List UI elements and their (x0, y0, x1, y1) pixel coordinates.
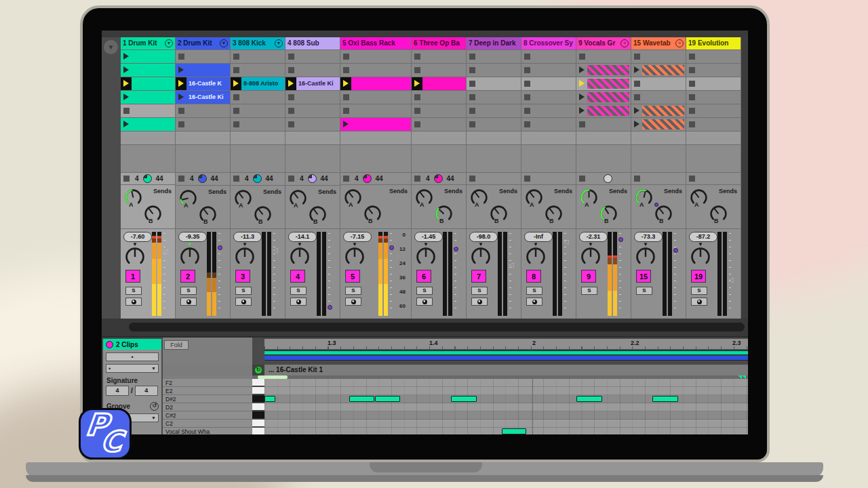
volume-db-field[interactable]: -2.31 (579, 232, 608, 242)
clip-slot[interactable] (576, 104, 631, 117)
midi-note[interactable] (375, 396, 400, 402)
clip-stop-button[interactable] (343, 108, 349, 114)
clip-stop-button[interactable] (524, 121, 530, 127)
clip-slot[interactable] (340, 77, 411, 90)
volume-db-field[interactable]: -9.35 (178, 232, 207, 242)
clip-slot[interactable] (631, 118, 686, 131)
clip-slot[interactable] (121, 104, 175, 117)
solo-button[interactable]: S (345, 287, 361, 295)
midi-note[interactable] (502, 428, 526, 434)
track-activator-button[interactable]: 19 (691, 270, 706, 283)
clip-stop-button[interactable] (343, 94, 349, 100)
solo-button[interactable]: S (235, 287, 252, 295)
clip-slot[interactable] (121, 77, 175, 90)
note-lane[interactable] (264, 387, 748, 395)
clip-stop-button[interactable] (634, 94, 640, 100)
clip-slot[interactable]: 8-808 Aristo (231, 77, 285, 90)
midi-note[interactable] (264, 396, 275, 402)
volume-db-field[interactable]: -1.45 (414, 232, 443, 242)
track-header[interactable]: 2 Drum Kit▼ (176, 37, 230, 49)
clip-slot[interactable] (686, 50, 741, 63)
clip-slot[interactable] (412, 118, 466, 131)
group-unfold-icon[interactable]: ≡ (675, 39, 684, 47)
clip-stop-button[interactable] (288, 108, 294, 114)
clip-slot[interactable] (121, 64, 175, 77)
track-header[interactable]: 7 Deep in Dark (467, 37, 521, 49)
clip-slot[interactable] (176, 118, 230, 131)
clip-playing-button[interactable] (176, 77, 186, 90)
midi-note[interactable] (652, 396, 678, 402)
clip-slot[interactable] (121, 91, 175, 104)
clip-slot[interactable] (521, 118, 576, 131)
solo-button[interactable]: S (581, 287, 597, 295)
clip-stop-button[interactable] (414, 108, 420, 114)
solo-button[interactable]: S (636, 287, 652, 295)
solo-button[interactable]: S (416, 287, 433, 295)
track-activator-button[interactable]: 7 (471, 270, 486, 283)
clip-launch-button[interactable] (631, 64, 642, 77)
clip-stop-button[interactable] (579, 121, 585, 127)
track-stop-all-button[interactable] (414, 176, 420, 182)
track-header[interactable]: 5 Oxi Bass Rack (340, 37, 411, 49)
clip-stop-button[interactable] (524, 108, 530, 114)
clip-slot[interactable] (467, 104, 521, 117)
solo-button[interactable]: S (180, 287, 197, 295)
white-key[interactable] (252, 379, 264, 386)
solo-button[interactable]: S (471, 287, 488, 295)
pan-knob[interactable]: ▼ (470, 243, 492, 270)
clip-launch-button[interactable] (121, 64, 132, 77)
clip-slot[interactable] (521, 77, 576, 90)
clip-slot[interactable] (576, 91, 631, 104)
chevron-down-circle-icon[interactable]: ▼ (165, 39, 173, 47)
clip-slot[interactable] (121, 118, 175, 131)
clip-slot[interactable] (231, 91, 285, 104)
track-header[interactable]: 1 Drum Kit▼ (121, 37, 175, 49)
clip-playing-button[interactable] (412, 77, 422, 90)
clip-slot[interactable] (176, 64, 230, 77)
track-activator-button[interactable]: 2 (180, 270, 195, 283)
track-stop-all-button[interactable] (634, 176, 640, 182)
solo-button[interactable]: S (290, 287, 307, 295)
clip-slot[interactable] (340, 104, 411, 117)
clip-launch-button[interactable] (631, 118, 642, 131)
arm-record-button[interactable] (180, 298, 197, 306)
clip-slot[interactable] (467, 77, 521, 90)
track-header[interactable]: 8 Crossover Sy (521, 37, 576, 49)
clip-launch-button[interactable] (176, 91, 186, 104)
loop-bar-clip1[interactable] (264, 350, 748, 355)
clip-stop-button[interactable] (634, 81, 640, 87)
pan-knob[interactable]: ▼ (580, 243, 601, 270)
track-activator-button[interactable]: 6 (416, 270, 431, 283)
arm-record-button[interactable] (345, 298, 361, 306)
clip-launch-button[interactable] (576, 104, 587, 117)
clip-stop-button[interactable] (233, 121, 239, 127)
note-lane[interactable] (264, 379, 748, 387)
signature-denominator-field[interactable]: 4 (135, 386, 158, 396)
track-activator-button[interactable]: 1 (125, 270, 140, 283)
signature-numerator-field[interactable]: 4 (106, 386, 129, 396)
pan-knob[interactable]: ▼ (289, 243, 311, 270)
solo-button[interactable]: S (526, 287, 542, 295)
groove-swirl-icon[interactable]: ↺ (150, 402, 159, 411)
clip-slot[interactable] (631, 77, 686, 90)
arm-record-button[interactable] (526, 298, 542, 306)
loop-bar-clip2[interactable] (264, 356, 748, 361)
clip-slot[interactable] (686, 118, 741, 131)
clip-stop-button[interactable] (469, 67, 475, 73)
track-header[interactable]: 15 Wavetab≡ (631, 37, 686, 49)
clip-stop-button[interactable] (123, 108, 130, 114)
loop-icon-cell[interactable]: ↻ (252, 365, 264, 375)
clip-stop-button[interactable] (524, 94, 530, 100)
track-activator-button[interactable]: 3 (235, 270, 250, 283)
clip-slot[interactable] (521, 104, 576, 117)
clip-slot[interactable] (285, 64, 340, 77)
clip-slot[interactable]: 16-Castle Ki (176, 91, 230, 104)
clip-stop-button[interactable] (288, 54, 294, 60)
note-lane[interactable] (264, 420, 748, 428)
horizontal-scrollbar[interactable] (129, 323, 745, 331)
clip-slot[interactable] (521, 50, 576, 63)
pan-knob[interactable]: ▼ (124, 243, 146, 270)
clip-stop-button[interactable] (233, 108, 239, 114)
clip-stop-button[interactable] (524, 67, 530, 73)
track-header[interactable]: 3 808 Kick▼ (231, 37, 285, 49)
